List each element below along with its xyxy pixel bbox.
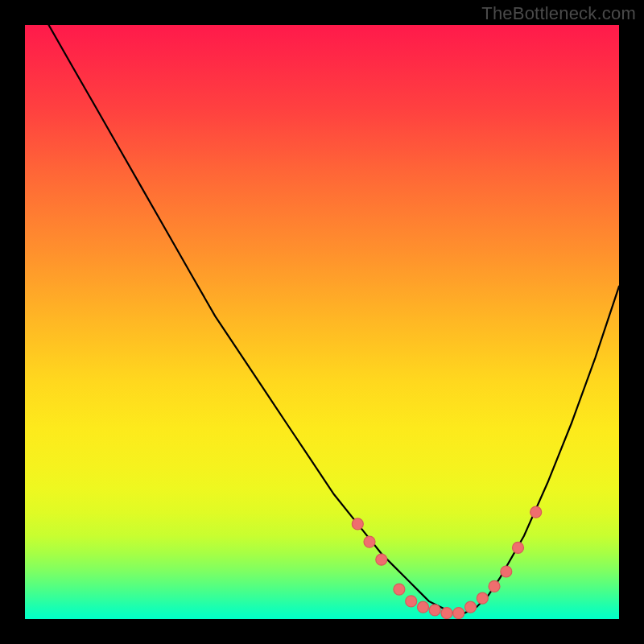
highlight-dot bbox=[441, 608, 452, 619]
highlight-dot bbox=[376, 554, 387, 565]
highlight-dot bbox=[453, 608, 464, 619]
bottleneck-curve bbox=[25, 25, 619, 613]
highlight-dot bbox=[418, 601, 429, 613]
chart-stage: TheBottleneck.com bbox=[0, 0, 644, 644]
plot-area bbox=[25, 25, 619, 619]
highlight-dots-group bbox=[352, 506, 541, 618]
highlight-dot bbox=[513, 542, 524, 553]
highlight-dot bbox=[429, 605, 440, 616]
highlight-dot bbox=[364, 536, 375, 547]
highlight-dot bbox=[501, 566, 512, 577]
chart-svg bbox=[25, 25, 619, 619]
attribution-text: TheBottleneck.com bbox=[481, 3, 636, 24]
highlight-dot bbox=[530, 506, 542, 518]
highlight-dot bbox=[352, 518, 363, 530]
highlight-dot bbox=[489, 580, 500, 592]
highlight-dot bbox=[465, 601, 477, 613]
highlight-dot bbox=[477, 592, 488, 604]
highlight-dot bbox=[406, 596, 417, 607]
highlight-dot bbox=[394, 584, 405, 595]
